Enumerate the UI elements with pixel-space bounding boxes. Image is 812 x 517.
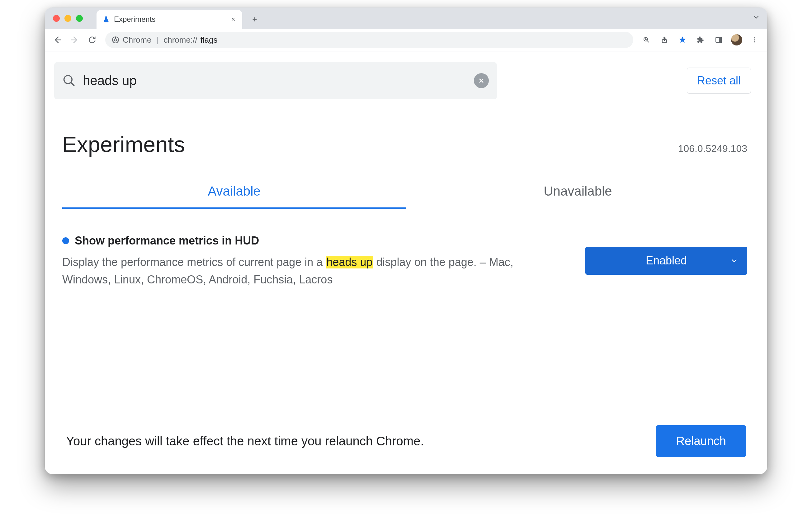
tab-strip: Experiments (45, 7, 767, 29)
url-scheme: chrome:// (164, 35, 197, 45)
search-flags-box[interactable] (54, 62, 497, 99)
share-icon[interactable] (656, 32, 672, 48)
extensions-icon[interactable] (692, 32, 708, 48)
tab-overflow-button[interactable] (752, 13, 760, 21)
tab-title: Experiments (114, 15, 155, 24)
flag-state-select[interactable]: Enabled (585, 247, 747, 275)
flag-title: Show performance metrics in HUD (75, 234, 259, 247)
flag-description: Display the performance metrics of curre… (62, 254, 548, 288)
browser-window: Experiments (45, 7, 767, 474)
forward-button[interactable] (67, 32, 83, 48)
url-label-prefix: Chrome (123, 35, 151, 45)
kebab-menu-icon[interactable] (747, 32, 763, 48)
svg-point-7 (754, 39, 755, 40)
tab-unavailable[interactable]: Unavailable (406, 184, 750, 209)
flag-desc-before: Display the performance metrics of curre… (62, 256, 326, 268)
relaunch-button[interactable]: Relaunch (656, 425, 746, 457)
close-tab-icon[interactable] (230, 17, 236, 22)
url-path: flags (201, 35, 218, 45)
flag-title-row: Show performance metrics in HUD (62, 234, 573, 247)
page-title: Experiments (62, 132, 185, 157)
url-separator: | (156, 35, 158, 45)
version-label: 106.0.5249.103 (678, 143, 747, 154)
window-controls (45, 15, 83, 29)
zoom-icon[interactable] (638, 32, 655, 48)
flag-state-value: Enabled (646, 254, 687, 267)
side-panel-icon[interactable] (710, 32, 727, 48)
flag-desc-highlight: heads up (326, 256, 373, 268)
flag-row: Show performance metrics in HUD Display … (45, 209, 767, 301)
profile-avatar[interactable] (729, 32, 745, 48)
relaunch-bar: Your changes will take effect the next t… (45, 408, 767, 474)
address-bar[interactable]: Chrome | chrome://flags (105, 32, 633, 48)
chrome-icon (112, 36, 120, 44)
bookmark-star-icon[interactable] (674, 32, 691, 48)
search-icon (62, 74, 76, 88)
svg-rect-5 (719, 37, 721, 42)
flask-icon (103, 16, 110, 23)
flag-tabs: Available Unavailable (62, 184, 750, 209)
clear-search-icon[interactable] (474, 73, 489, 88)
modified-indicator-icon (62, 237, 69, 244)
reset-all-button[interactable]: Reset all (687, 67, 751, 94)
svg-point-6 (754, 37, 755, 39)
search-row: Reset all (45, 51, 767, 110)
chevron-down-icon (730, 256, 738, 265)
relaunch-message: Your changes will take effect the next t… (66, 434, 424, 448)
back-button[interactable] (49, 32, 65, 48)
svg-point-8 (754, 41, 755, 43)
browser-tab[interactable]: Experiments (96, 10, 242, 29)
new-tab-button[interactable] (245, 10, 264, 29)
toolbar: Chrome | chrome://flags (45, 29, 767, 51)
search-input[interactable] (82, 73, 468, 88)
minimize-window-button[interactable] (64, 15, 71, 22)
tab-available[interactable]: Available (62, 184, 406, 209)
title-bar: Experiments 106.0.5249.103 (45, 110, 767, 157)
maximize-window-button[interactable] (76, 15, 83, 22)
svg-point-9 (64, 76, 72, 84)
close-window-button[interactable] (53, 15, 60, 22)
reload-button[interactable] (84, 32, 100, 48)
svg-point-1 (114, 39, 117, 41)
page-content: Reset all Experiments 106.0.5249.103 Ava… (45, 51, 767, 474)
